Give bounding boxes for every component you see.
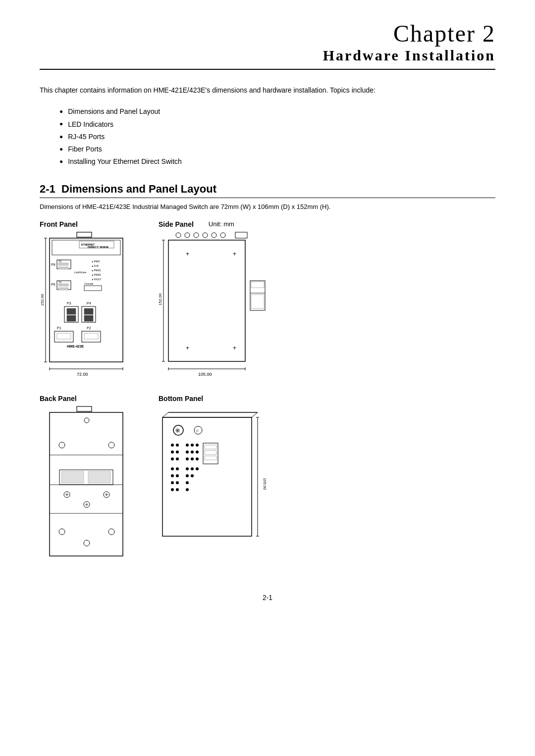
svg-text:P3: P3	[67, 302, 71, 305]
svg-point-118	[191, 457, 194, 460]
svg-rect-23	[58, 288, 68, 290]
svg-point-116	[176, 457, 179, 460]
svg-text:P8: P8	[51, 263, 55, 266]
svg-rect-56	[168, 240, 245, 361]
svg-rect-62	[251, 282, 264, 288]
panels-top-row: Front Panel ETHERNET DIRECT ≫≫≫ P8 TX RX…	[40, 220, 495, 385]
side-panel-label: Side Panel	[159, 220, 194, 228]
svg-text:152.00: 152.00	[159, 293, 162, 305]
svg-rect-122	[205, 451, 216, 454]
svg-text:● R.M: ● R.M	[92, 264, 99, 267]
svg-rect-80	[88, 471, 110, 483]
svg-point-127	[191, 467, 194, 470]
list-item: Fiber Ports	[59, 143, 495, 155]
chapter-header: Chapter 2 Hardware Installation	[40, 20, 495, 70]
svg-point-136	[171, 488, 174, 491]
svg-point-54	[220, 233, 225, 238]
front-panel-diagram: ETHERNET DIRECT ≫≫≫ P8 TX RX ● PWR ● R.M…	[40, 231, 134, 385]
svg-text:○: ○	[196, 428, 199, 433]
front-panel-label: Front Panel	[40, 220, 139, 228]
svg-rect-0	[77, 232, 92, 237]
svg-rect-37	[57, 333, 71, 339]
svg-point-132	[191, 474, 194, 477]
back-panel-diagram	[40, 405, 139, 574]
svg-text:152.00: 152.00	[40, 294, 45, 306]
back-panel-group: Back Panel	[40, 395, 139, 574]
svg-text:● PWR2: ● PWR2	[92, 273, 101, 276]
svg-point-126	[186, 467, 189, 470]
svg-point-95	[84, 540, 90, 546]
svg-text:⊕: ⊕	[175, 427, 180, 433]
svg-text:P1: P1	[57, 326, 61, 330]
svg-point-51	[194, 233, 199, 238]
svg-rect-120	[203, 443, 218, 464]
svg-line-99	[252, 412, 258, 417]
svg-rect-100	[162, 417, 252, 536]
svg-point-76	[59, 442, 65, 448]
svg-point-133	[171, 481, 174, 484]
svg-text:P4: P4	[87, 302, 91, 305]
svg-rect-21	[58, 284, 68, 286]
svg-text:● FAULT: ● FAULT	[92, 278, 102, 281]
svg-point-108	[191, 444, 194, 447]
svg-point-112	[186, 451, 189, 454]
svg-point-138	[186, 488, 189, 491]
unit-label: Unit: mm	[209, 220, 234, 228]
svg-rect-9	[58, 263, 68, 265]
svg-rect-36	[54, 331, 73, 342]
side-panel-group: Side Panel Unit: mm + + + +	[159, 220, 277, 385]
svg-point-53	[212, 233, 216, 238]
svg-point-75	[84, 418, 89, 423]
panels-bottom-row: Back Panel	[40, 395, 495, 574]
svg-point-52	[203, 233, 208, 238]
bottom-panel-diagram: ⊕ ○	[159, 405, 297, 574]
svg-text:DIRECT ≫≫≫: DIRECT ≫≫≫	[88, 246, 109, 249]
svg-text:+: +	[233, 251, 236, 257]
svg-point-111	[176, 451, 179, 454]
svg-text:+: +	[233, 345, 236, 352]
svg-point-117	[186, 457, 189, 460]
svg-text:P2: P2	[87, 326, 91, 330]
svg-rect-25	[84, 286, 102, 291]
svg-point-125	[176, 467, 179, 470]
svg-point-50	[185, 233, 190, 238]
back-panel-label: Back Panel	[40, 395, 139, 403]
svg-point-137	[176, 488, 179, 491]
svg-point-109	[196, 444, 199, 447]
svg-rect-55	[235, 232, 247, 238]
svg-text:● PWR1: ● PWR1	[92, 269, 101, 272]
svg-rect-39	[84, 333, 98, 339]
svg-point-93	[59, 529, 65, 535]
svg-point-115	[171, 457, 174, 460]
svg-rect-32	[84, 308, 93, 314]
intro-text: This chapter contains information on HME…	[40, 85, 495, 96]
svg-point-129	[171, 474, 174, 477]
svg-rect-73	[77, 406, 92, 411]
bottom-panel-label: Bottom Panel	[159, 395, 268, 403]
svg-point-135	[186, 481, 189, 484]
svg-point-49	[176, 233, 181, 238]
list-item: RJ-45 Ports	[59, 131, 495, 143]
svg-rect-38	[82, 331, 101, 342]
front-panel-group: Front Panel ETHERNET DIRECT ≫≫≫ P8 TX RX…	[40, 220, 139, 385]
svg-text:Console: Console	[84, 282, 94, 285]
svg-rect-123	[205, 456, 216, 460]
svg-point-106	[176, 444, 179, 447]
svg-rect-61	[250, 281, 265, 310]
svg-point-131	[186, 474, 189, 477]
svg-text:P6: P6	[51, 283, 55, 286]
svg-point-130	[176, 474, 179, 477]
svg-text:● PWR: ● PWR	[92, 260, 100, 263]
svg-rect-1	[50, 238, 123, 362]
list-item: LED Indicators	[59, 118, 495, 131]
svg-text:+: +	[186, 345, 189, 352]
svg-point-94	[108, 529, 114, 535]
svg-point-128	[196, 467, 199, 470]
svg-text:72.00: 72.00	[77, 372, 88, 377]
svg-point-114	[196, 451, 199, 454]
svg-rect-33	[84, 315, 93, 321]
svg-point-110	[171, 451, 174, 454]
svg-rect-64	[251, 295, 264, 308]
chapter-title: Chapter 2	[40, 20, 495, 47]
svg-text:HME-423E: HME-423E	[67, 345, 84, 348]
